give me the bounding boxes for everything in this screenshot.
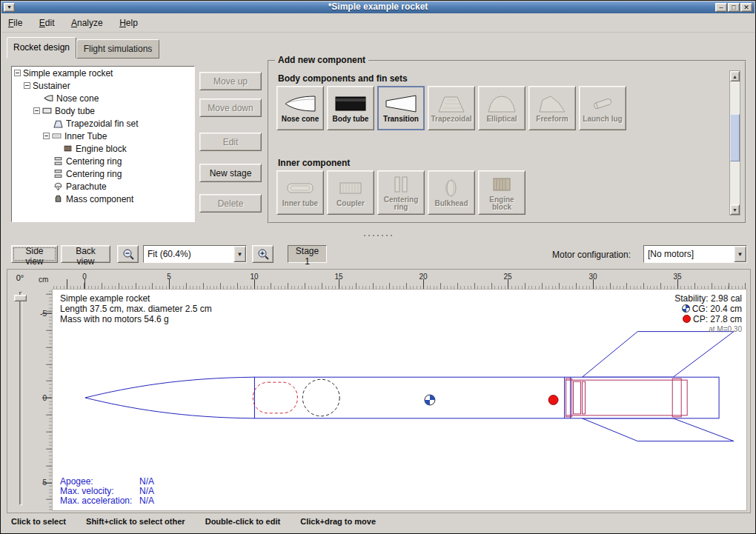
rotation-slider-thumb[interactable]: [14, 295, 27, 301]
coupler-icon: [334, 178, 367, 198]
button-label: Engine block: [480, 196, 523, 211]
tree-item-label: Nose cone: [56, 93, 99, 104]
tree-item-parachute[interactable]: Parachute: [12, 180, 194, 193]
stage-1-toggle[interactable]: Stage 1: [288, 245, 327, 263]
ruler-tick-label: -5: [37, 310, 47, 318]
component-tree[interactable]: Simple example rocket Sustainer Nose con…: [11, 66, 195, 222]
button-label: Transition: [383, 116, 419, 123]
button-label: Trapezoidal: [431, 116, 471, 123]
motor-configuration-label: Motor configuration:: [552, 250, 631, 260]
body-tube-icon: [334, 93, 367, 114]
add-body-tube-button[interactable]: Body tube: [327, 86, 374, 130]
fin-bottom[interactable]: [582, 418, 734, 441]
transition-icon: [385, 93, 417, 114]
tree-item-sustainer[interactable]: Sustainer: [12, 79, 194, 92]
tree-item-centering-ring-1[interactable]: Centering ring: [12, 155, 194, 167]
zoom-level-select[interactable]: Fit (60.4%) ▼: [143, 245, 247, 263]
add-launch-lug-button[interactable]: Launch lug: [579, 86, 626, 130]
side-view-button[interactable]: Side view: [11, 245, 58, 263]
menu-help[interactable]: Help: [113, 13, 145, 32]
hint-click-select: Click to select: [11, 517, 66, 526]
nose-cone-icon: [284, 93, 316, 114]
scroll-up-icon[interactable]: ▲: [730, 71, 740, 81]
add-elliptical-fin-button[interactable]: Elliptical: [478, 86, 525, 130]
centering-ring-icon: [53, 169, 63, 178]
tree-item-mass-component[interactable]: Mass component: [12, 193, 194, 205]
max-velocity-value: N/A: [139, 486, 154, 496]
add-nose-cone-button[interactable]: Nose cone: [276, 86, 324, 130]
add-coupler-button[interactable]: Coupler: [327, 170, 374, 215]
new-stage-button[interactable]: New stage: [199, 164, 262, 182]
add-engine-block-button[interactable]: Engine block: [478, 170, 525, 215]
zoom-out-button[interactable]: [117, 245, 139, 263]
cp-value: CP: 27.8 cm: [693, 314, 742, 324]
tab-flight-simulations[interactable]: Flight simulations: [76, 39, 159, 59]
rotation-value: 0°: [9, 273, 31, 282]
rocket-mass: Mass with no motors 54.6 g: [60, 314, 212, 324]
maximize-button[interactable]: □: [728, 3, 740, 12]
title-bar[interactable]: ▾ *Simple example rocket – □ ✕: [1, 1, 755, 13]
motor-configuration-select[interactable]: [No motors] ▼: [643, 245, 747, 263]
chevron-down-icon[interactable]: ▼: [233, 246, 246, 262]
move-up-button[interactable]: Move up: [199, 72, 262, 90]
ruler-tick-label: 25: [503, 273, 511, 281]
splitter-handle[interactable]: [362, 233, 395, 238]
inner-tube-icon: [52, 131, 62, 141]
ruler-tick-label: 30: [588, 273, 597, 281]
close-button[interactable]: ✕: [740, 3, 752, 12]
move-down-button[interactable]: Move down: [199, 99, 262, 117]
design-canvas[interactable]: Simple example rocket Length 37.5 cm, ma…: [52, 289, 747, 511]
add-trapezoidal-fin-button[interactable]: Trapezoidal: [428, 86, 475, 130]
add-centering-ring-button[interactable]: Centering ring: [377, 170, 425, 215]
engine-block-icon: [485, 174, 518, 195]
back-view-button[interactable]: Back view: [61, 245, 110, 263]
menu-edit[interactable]: Edit: [33, 13, 62, 32]
minimize-button[interactable]: –: [715, 3, 727, 12]
tree-item-rocket[interactable]: Simple example rocket: [12, 67, 194, 79]
hint-double-click: Double-click to edit: [205, 517, 280, 526]
scroll-down-icon[interactable]: ▼: [730, 204, 740, 215]
tree-item-body-tube[interactable]: Body tube: [12, 104, 194, 117]
zoom-in-button[interactable]: [252, 245, 273, 263]
collapse-handle-icon[interactable]: [24, 82, 30, 89]
tab-rocket-design[interactable]: Rocket design: [7, 37, 76, 59]
collapse-handle-icon[interactable]: [43, 133, 50, 139]
menu-bar: File Edit Analyze Help: [1, 13, 755, 33]
tree-item-engine-block[interactable]: Engine block: [12, 142, 194, 155]
scrollbar-thumb[interactable]: [730, 114, 740, 161]
tree-item-nose-cone[interactable]: Nose cone: [12, 92, 194, 104]
button-label: Freeform: [536, 116, 568, 123]
fin-top[interactable]: [582, 332, 734, 378]
button-label: Centering ring: [379, 196, 422, 211]
component-scrollbar[interactable]: ▲ ▼: [729, 70, 740, 216]
rocket-name: Simple example rocket: [60, 293, 212, 304]
menu-file[interactable]: File: [1, 13, 29, 32]
button-label: Body tube: [333, 116, 369, 123]
zoom-out-icon: [122, 247, 135, 261]
hint-shift-click: Shift+click to select other: [86, 517, 185, 526]
body-tube-outline[interactable]: [254, 377, 719, 418]
add-transition-button[interactable]: Transition: [377, 86, 425, 130]
inner-component-buttons: Inner tube Coupler Centering ring Bulkhe…: [276, 170, 525, 215]
inner-component-section-label: Inner component: [278, 158, 350, 168]
tree-item-inner-tube[interactable]: Inner Tube: [12, 130, 194, 142]
button-label: Bulkhead: [434, 200, 468, 207]
collapse-handle-icon[interactable]: [14, 70, 21, 76]
cp-icon: [683, 315, 691, 323]
menu-analyze[interactable]: Analyze: [64, 13, 110, 32]
delete-button[interactable]: Delete: [199, 194, 262, 213]
add-freeform-fin-button[interactable]: Freeform: [528, 86, 576, 130]
tree-item-fin-set[interactable]: Trapezoidal fin set: [12, 117, 194, 130]
nose-cone-outline[interactable]: [85, 377, 255, 418]
add-inner-tube-button[interactable]: Inner tube: [276, 170, 324, 215]
edit-button[interactable]: Edit: [199, 133, 262, 151]
rotation-slider[interactable]: [19, 292, 22, 505]
elliptical-fin-icon: [485, 93, 518, 114]
inner-tube-icon: [284, 178, 316, 198]
tree-item-centering-ring-2[interactable]: Centering ring: [12, 167, 194, 180]
add-bulkhead-button[interactable]: Bulkhead: [428, 170, 475, 215]
ruler-tick-label: 5: [167, 273, 171, 281]
nose-cone-icon: [44, 93, 53, 103]
collapse-handle-icon[interactable]: [33, 107, 40, 114]
chevron-down-icon[interactable]: ▼: [734, 246, 746, 262]
